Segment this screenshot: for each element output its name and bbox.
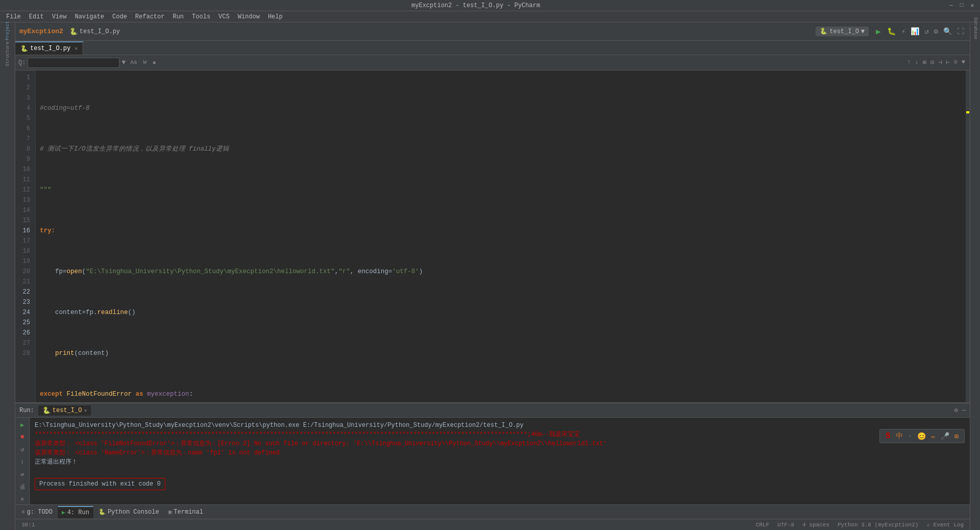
search-bar: Q: ▼ Aa W ✱ ↑ ↓ ⊞ ⊡ ⊣ ⊢ ≡ ▼ (15, 55, 970, 70)
run-tab-close[interactable]: ✕ (84, 407, 87, 414)
menu-edit[interactable]: Edit (25, 12, 48, 21)
menu-code[interactable]: Code (108, 12, 131, 21)
ime-mic[interactable]: 🎤 (939, 432, 951, 441)
line-num-23: 23 (15, 297, 33, 307)
run-tab-name: test_I_O (53, 407, 82, 414)
line-num-24: 24 (15, 307, 33, 318)
run-print-btn[interactable]: 🖨 (17, 481, 28, 492)
status-indent[interactable]: 4 spaces (800, 522, 831, 528)
search-next[interactable]: ↓ (913, 58, 920, 67)
search-nav3[interactable]: ⊣ (937, 58, 943, 67)
run-tab-item[interactable]: 🐍 test_I_O ✕ (38, 405, 91, 416)
maximize-editor-button[interactable]: ⛶ (955, 28, 966, 36)
status-position[interactable]: 30:1 (19, 522, 37, 528)
search-whole-word[interactable]: W (140, 58, 149, 67)
search-dropdown-icon[interactable]: ▼ (121, 59, 126, 66)
right-sidebar: Database (970, 22, 980, 530)
profile-button[interactable]: 📊 (909, 27, 921, 36)
search-everywhere-button[interactable]: 🔍 (942, 27, 953, 36)
search-nav: ↑ ↓ ⊞ ⊡ ⊣ ⊢ ≡ ▼ (905, 58, 967, 67)
yellow-marker (966, 111, 969, 113)
code-line-8: except FileNotFoundError as myexception: (40, 389, 962, 399)
search-filter[interactable]: ▼ (960, 58, 967, 67)
debug-button[interactable]: 🐛 (885, 27, 898, 36)
ime-grid[interactable]: ⊞ (953, 432, 960, 441)
close-btn[interactable]: ✕ (968, 2, 976, 9)
line-num-1: 1 (15, 73, 33, 83)
vertical-scrollbar[interactable] (966, 70, 970, 402)
reload-button[interactable]: ↺ (923, 27, 930, 36)
file-tab-name: test_I_O.py (30, 45, 70, 52)
menu-bar: File Edit View Navigate Code Refactor Ru… (0, 11, 980, 22)
run-label: 4: Run (67, 509, 89, 516)
run-wrap-btn[interactable]: ⇌ (17, 469, 28, 479)
search-input[interactable] (28, 58, 119, 68)
maximize-btn[interactable]: □ (958, 2, 966, 9)
run-output-line-5: 正常退出程序！ (35, 457, 965, 467)
btab-run[interactable]: ▶ 4: Run (58, 506, 93, 518)
todo-icon: ≡ (21, 509, 25, 515)
run-play-btn[interactable]: ▶ (17, 420, 28, 430)
settings-button[interactable]: ⚙ (933, 27, 940, 36)
menu-file[interactable]: File (2, 12, 25, 21)
search-expand[interactable]: ⊞ (921, 58, 928, 67)
menu-window[interactable]: Window (234, 12, 264, 21)
code-text-2: # 测试一下I/O流发生异常的情况，以及异常处理 finally逻辑 (40, 144, 229, 154)
minimize-btn[interactable]: — (947, 2, 955, 9)
editor-container: 🐍 test_I_O.py ✕ Q: ▼ Aa W ✱ ↑ ↓ ⊞ (15, 41, 970, 402)
run-output-line-3: 该异常类型： <class 'FileNotFoundError'>；异常信息为… (35, 439, 965, 448)
menu-help[interactable]: Help (264, 12, 287, 21)
line-num-14: 14 (15, 205, 33, 215)
status-line-ending[interactable]: CRLF (754, 522, 771, 528)
project-icon[interactable]: Project (2, 25, 14, 37)
event-log-link[interactable]: ⚠ Event Log (924, 521, 966, 528)
menu-vcs[interactable]: VCS (214, 12, 234, 21)
btab-terminal[interactable]: ▣ Terminal (164, 506, 207, 518)
menu-navigate[interactable]: Navigate (70, 12, 108, 21)
run-scroll-btn[interactable]: ↕ (17, 457, 28, 467)
run-output-line-2: ****************************************… (35, 430, 965, 439)
btab-todo[interactable]: ≡ g: TODO (17, 506, 57, 518)
status-encoding[interactable]: UTF-8 (775, 522, 796, 528)
run-settings-icon[interactable]: ⚙ (954, 406, 958, 414)
line-num-18: 18 (15, 246, 33, 256)
search-nav4[interactable]: ⊢ (944, 58, 951, 67)
python-console-label: Python Console (108, 509, 159, 516)
line-num-26: 26 (15, 328, 33, 338)
search-nav5[interactable]: ≡ (952, 58, 959, 67)
menu-view[interactable]: View (48, 12, 71, 21)
code-line-6: content=fp.readline() (40, 307, 962, 318)
ime-dot[interactable]: · (906, 432, 914, 440)
menu-tools[interactable]: Tools (188, 12, 214, 21)
run-minimize-icon[interactable]: — (962, 407, 966, 414)
file-tab-active[interactable]: 🐍 test_I_O.py ✕ (15, 41, 83, 55)
menu-refactor[interactable]: Refactor (131, 12, 169, 21)
ime-pen[interactable]: ✏️ (929, 432, 937, 441)
code-content[interactable]: #coding=utf-8 # 测试一下I/O流发生异常的情况，以及异常处理 f… (36, 70, 966, 402)
ime-chinese[interactable]: 中 (894, 431, 904, 441)
ime-sougou[interactable]: S (884, 431, 892, 441)
run-rerun-btn[interactable]: ↺ (17, 445, 28, 455)
line-num-11: 11 (15, 175, 33, 185)
todo-label: g: TODO (27, 509, 53, 516)
coverage-button[interactable]: ⚡ (900, 27, 907, 36)
search-nav2[interactable]: ⊡ (929, 58, 936, 67)
run-config-selector[interactable]: 🐍 test_I_O ▼ (816, 27, 869, 36)
file-tab-close[interactable]: ✕ (75, 45, 78, 52)
ime-emoji[interactable]: 😊 (916, 432, 927, 441)
menu-run[interactable]: Run (168, 12, 188, 21)
status-python[interactable]: Python 3.8 (myExcption2) (836, 522, 920, 528)
structure-icon[interactable]: Structure (2, 48, 14, 60)
code-line-3: """ (40, 185, 962, 195)
run-button[interactable]: ▶ (874, 27, 883, 37)
run-stop-btn[interactable]: ■ (17, 432, 28, 442)
run-tabs: Run: 🐍 test_I_O ✕ ⚙ — (15, 403, 970, 418)
run-close-btn[interactable]: ✕ (17, 494, 28, 504)
search-regex[interactable]: ✱ (150, 58, 159, 67)
right-sidebar-db[interactable]: Database (971, 25, 979, 33)
search-prev[interactable]: ↑ (905, 58, 912, 67)
line-num-19: 19 (15, 256, 33, 267)
btab-python-console[interactable]: 🐍 Python Console (94, 506, 163, 518)
code-line-7: print(content) (40, 348, 962, 358)
search-match-case[interactable]: Aa (128, 58, 139, 67)
